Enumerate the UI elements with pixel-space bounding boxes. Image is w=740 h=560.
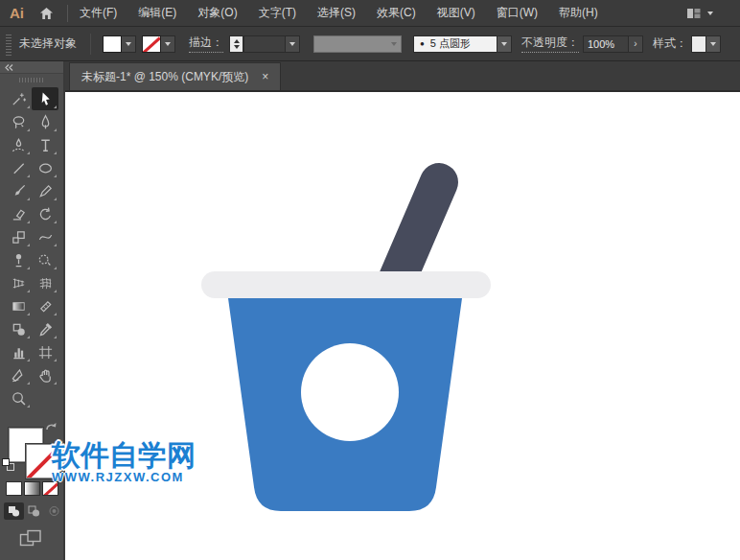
- tool-pen[interactable]: [32, 110, 58, 133]
- control-bar: 未选择对象 描边： ● 5 点圆形 不透明度： 100% › 样式：: [0, 27, 740, 61]
- tool-line-segment[interactable]: [5, 156, 32, 179]
- tool-hand[interactable]: [32, 363, 58, 386]
- chevron-down-icon: [707, 12, 713, 15]
- panel-grip[interactable]: [6, 33, 12, 56]
- tool-pencil[interactable]: [32, 179, 58, 202]
- default-fill-stroke-icon[interactable]: [2, 458, 15, 472]
- tool-ellipse[interactable]: [32, 156, 58, 179]
- tool-rotate[interactable]: [32, 202, 58, 225]
- tool-mesh[interactable]: [32, 271, 58, 294]
- divider: [90, 34, 91, 55]
- tool-shape-builder[interactable]: [32, 248, 58, 271]
- artboard-canvas[interactable]: [65, 92, 740, 560]
- tool-width[interactable]: [32, 225, 58, 248]
- workspace-icon: [686, 7, 702, 20]
- color-controls: [0, 418, 65, 560]
- menu-item[interactable]: 文字(T): [259, 5, 296, 21]
- tools-grid: [0, 87, 63, 409]
- tool-type[interactable]: [32, 133, 58, 156]
- opacity-field[interactable]: 100%: [583, 35, 629, 53]
- document-area: 未标题-1* @ 150% (CMYK/预览) ×: [65, 61, 740, 560]
- tool-perspective-grid[interactable]: [5, 271, 32, 294]
- draw-inside-button[interactable]: [44, 502, 64, 520]
- close-tab-icon[interactable]: ×: [262, 71, 268, 82]
- menu-item[interactable]: 文件(F): [80, 5, 117, 21]
- tools-panel: [0, 61, 65, 560]
- chevron-down-icon: [126, 42, 131, 46]
- draw-behind-button[interactable]: [24, 502, 44, 520]
- paint-buttons: [6, 481, 58, 496]
- menu-items: 文件(F)编辑(E)对象(O)文字(T)选择(S)效果(C)视图(V)窗口(W)…: [80, 5, 598, 21]
- menubar-separator: [67, 5, 68, 22]
- tool-slice[interactable]: [5, 363, 32, 386]
- selection-status: 未选择对象: [19, 35, 77, 52]
- screen-mode-icon[interactable]: [19, 529, 42, 551]
- menu-bar: Ai 文件(F)编辑(E)对象(O)文字(T)选择(S)效果(C)视图(V)窗口…: [0, 0, 740, 27]
- tool-selection[interactable]: [32, 87, 58, 110]
- tool-puppet-warp[interactable]: [5, 248, 32, 271]
- menu-item[interactable]: 窗口(W): [497, 5, 538, 21]
- brush-dropdown[interactable]: [497, 35, 512, 53]
- ai-logo[interactable]: Ai: [10, 5, 24, 21]
- style-swatch[interactable]: [691, 35, 706, 53]
- tool-zoom[interactable]: [5, 386, 32, 409]
- menu-item[interactable]: 效果(C): [377, 5, 416, 21]
- cup-rim-shape[interactable]: [201, 271, 491, 298]
- chevron-down-icon: [501, 42, 507, 46]
- brush-name: 5 点圆形: [430, 36, 471, 51]
- panel-drag-grip[interactable]: [19, 78, 44, 82]
- opacity-more-button[interactable]: ›: [629, 35, 643, 53]
- tool-symbol-sprayer[interactable]: [5, 317, 32, 340]
- tool-curvature[interactable]: [5, 133, 32, 156]
- menu-item[interactable]: 视图(V): [437, 5, 475, 21]
- tool-eraser[interactable]: [5, 202, 32, 225]
- stroke-color-swatch[interactable]: [142, 35, 161, 53]
- brush-dot-icon: ●: [420, 39, 425, 48]
- collapse-panel-button[interactable]: [4, 58, 14, 76]
- home-icon[interactable]: [39, 7, 54, 20]
- brush-definition-field[interactable]: ● 5 点圆形: [413, 35, 497, 53]
- gradient-button[interactable]: [24, 481, 40, 496]
- document-tab[interactable]: 未标题-1* @ 150% (CMYK/预览) ×: [69, 62, 281, 90]
- menu-item[interactable]: 帮助(H): [559, 5, 598, 21]
- yogurt-cup-artwork: [65, 92, 740, 560]
- chevron-down-icon: [165, 42, 171, 46]
- stroke-weight-dropdown[interactable]: [286, 35, 300, 53]
- style-dropdown[interactable]: [706, 35, 721, 53]
- tool-gradient[interactable]: [5, 294, 32, 317]
- stroke-weight-stepper[interactable]: [229, 35, 243, 53]
- workspace-switcher-button[interactable]: [686, 7, 713, 20]
- swap-fill-stroke-icon[interactable]: [45, 420, 58, 437]
- chevron-down-icon: [391, 42, 397, 46]
- tools-panel-header: [0, 61, 63, 74]
- tab-bar: 未标题-1* @ 150% (CMYK/预览) ×: [65, 61, 740, 92]
- document-title: 未标题-1* @ 150% (CMYK/预览): [81, 69, 248, 85]
- tool-artboard[interactable]: [32, 340, 58, 363]
- menu-item[interactable]: 选择(S): [317, 5, 356, 21]
- fill-color-dropdown[interactable]: [122, 35, 136, 53]
- tool-paintbrush[interactable]: [5, 179, 32, 202]
- workspace: 未标题-1* @ 150% (CMYK/预览) ×: [0, 61, 740, 560]
- tool-eyedropper[interactable]: [32, 317, 58, 340]
- menu-item[interactable]: 对象(O): [197, 5, 237, 21]
- menu-item[interactable]: 编辑(E): [138, 5, 176, 21]
- cup-hole-shape[interactable]: [301, 343, 399, 441]
- chevron-down-icon: [710, 42, 716, 46]
- draw-normal-button[interactable]: [4, 502, 24, 520]
- opacity-label[interactable]: 不透明度：: [521, 35, 579, 53]
- illustrator-window: Ai 文件(F)编辑(E)对象(O)文字(T)选择(S)效果(C)视图(V)窗口…: [0, 0, 740, 560]
- none-button[interactable]: [42, 481, 58, 496]
- tool-scale[interactable]: [5, 225, 32, 248]
- color-button[interactable]: [6, 481, 22, 496]
- chevron-down-icon: [289, 42, 295, 46]
- tool-magic-wand[interactable]: [5, 87, 32, 110]
- stroke-color-dropdown[interactable]: [161, 35, 175, 53]
- draw-mode-buttons: [4, 502, 64, 520]
- tool-lasso[interactable]: [5, 110, 32, 133]
- stroke-weight-label[interactable]: 描边：: [189, 35, 223, 53]
- stroke-swatch[interactable]: [26, 444, 60, 478]
- fill-color-swatch[interactable]: [103, 35, 122, 53]
- stroke-weight-field[interactable]: [243, 35, 286, 53]
- tool-graph[interactable]: [5, 340, 32, 363]
- tool-blend[interactable]: [32, 294, 58, 317]
